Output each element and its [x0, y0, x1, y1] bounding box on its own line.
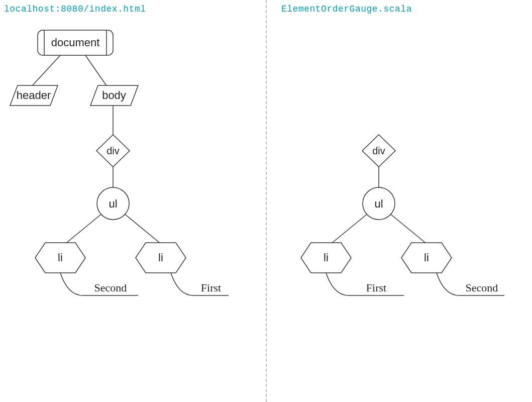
svg-line-0: [30, 55, 60, 88]
leaf-2-label: First: [201, 281, 221, 294]
left-tree-diagram: document header body div ul li li Second…: [0, 20, 261, 402]
leaf-1: First: [326, 273, 404, 295]
leaf-2: Second: [437, 273, 504, 295]
node-ul: ul: [97, 187, 129, 220]
node-div-label: div: [107, 145, 120, 156]
node-document-label: document: [51, 36, 100, 49]
svg-line-17: [390, 214, 427, 244]
node-li-1-label: li: [324, 251, 329, 264]
right-tree-diagram: div ul li li First Second: [266, 20, 532, 402]
node-ul-label: ul: [109, 197, 117, 210]
node-body-label: body: [102, 89, 126, 102]
svg-line-1: [85, 55, 108, 88]
node-li-1: li: [35, 243, 85, 273]
svg-line-4: [65, 214, 102, 244]
node-header: header: [10, 85, 58, 106]
leaf-2-label: Second: [466, 281, 498, 294]
leaf-1-label: First: [366, 281, 386, 294]
node-div-label: div: [372, 145, 385, 156]
node-li-1-label: li: [58, 251, 63, 264]
node-ul: ul: [363, 187, 395, 220]
leaf-1: Second: [60, 273, 138, 295]
node-document: document: [38, 30, 113, 55]
node-li-2: li: [401, 243, 452, 273]
svg-line-16: [331, 214, 368, 244]
node-li-2-label: li: [424, 251, 429, 264]
node-li-1: li: [301, 243, 351, 273]
node-li-2-label: li: [158, 251, 163, 264]
node-li-2: li: [136, 243, 186, 273]
node-ul-label: ul: [374, 197, 383, 210]
node-header-label: header: [17, 89, 51, 102]
node-body: body: [90, 85, 138, 106]
right-panel-title: ElementOrderGauge.scala: [281, 4, 412, 14]
left-edges: [30, 55, 161, 244]
leaf-2: First: [171, 273, 229, 295]
node-div: div: [362, 135, 395, 167]
node-div: div: [96, 135, 130, 167]
leaf-1-label: Second: [94, 281, 127, 294]
svg-line-5: [124, 214, 161, 244]
left-panel-title: localhost:8080/index.html: [4, 4, 146, 14]
